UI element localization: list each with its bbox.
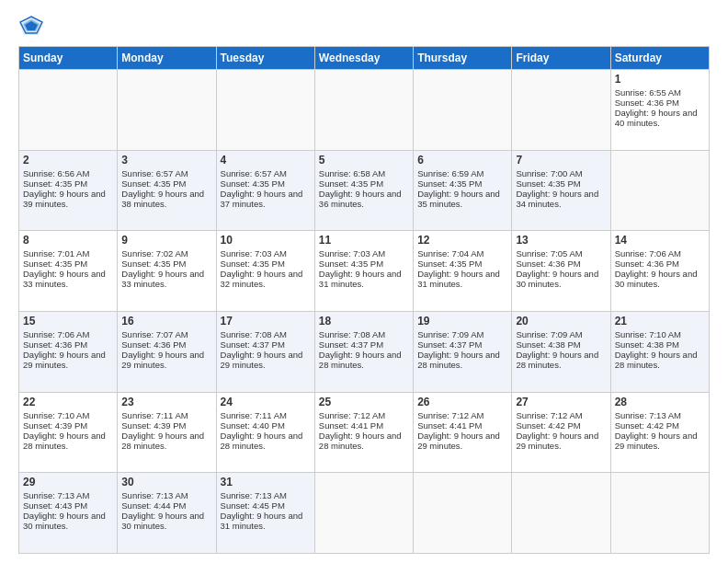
sunrise-text: Sunrise: 7:13 AM [221,490,287,500]
calendar-cell: 25Sunrise: 7:12 AMSunset: 4:41 PMDayligh… [314,392,413,473]
day-header-monday: Monday [118,47,216,70]
sunrise-text: Sunrise: 7:11 AM [121,410,188,420]
daylight-text: Daylight: 9 hours and 29 minutes. [221,350,303,370]
calendar-cell: 31Sunrise: 7:13 AMSunset: 4:45 PMDayligh… [216,473,314,554]
sunrise-text: Sunrise: 7:13 AM [121,490,188,500]
daylight-text: Daylight: 9 hours and 37 minutes. [221,189,303,209]
calendar-cell: 22Sunrise: 7:10 AMSunset: 4:39 PMDayligh… [19,392,118,473]
calendar-cell: 21Sunrise: 7:10 AMSunset: 4:38 PMDayligh… [610,311,709,392]
calendar-week-row: 15Sunrise: 7:06 AMSunset: 4:36 PMDayligh… [19,311,710,392]
sunrise-text: Sunrise: 7:12 AM [417,410,483,420]
sunset-text: Sunset: 4:43 PM [23,500,87,511]
calendar-cell: 29Sunrise: 7:13 AMSunset: 4:43 PMDayligh… [19,473,118,554]
day-number: 15 [23,315,113,327]
day-number: 4 [221,154,311,167]
day-number: 22 [23,396,113,408]
sunset-text: Sunset: 4:35 PM [221,178,285,189]
sunset-text: Sunset: 4:35 PM [221,259,285,269]
calendar-week-row: 8Sunrise: 7:01 AMSunset: 4:35 PMDaylight… [19,231,710,312]
sunset-text: Sunset: 4:36 PM [23,339,87,350]
day-number: 23 [121,396,211,408]
day-header-friday: Friday [512,47,610,70]
sunrise-text: Sunrise: 6:57 AM [221,168,287,178]
calendar-cell: 28Sunrise: 7:13 AMSunset: 4:42 PMDayligh… [610,392,709,473]
calendar-cell: 19Sunrise: 7:09 AMSunset: 4:37 PMDayligh… [414,311,512,392]
sunrise-text: Sunrise: 7:04 AM [417,248,483,259]
sunset-text: Sunset: 4:37 PM [417,339,482,350]
logo-icon [18,15,44,37]
sunrise-text: Sunrise: 6:59 AM [417,168,483,178]
day-number: 13 [516,234,606,247]
day-number: 7 [516,154,606,167]
sunrise-text: Sunrise: 7:11 AM [221,410,287,420]
calendar-cell: 16Sunrise: 7:07 AMSunset: 4:36 PMDayligh… [118,311,216,392]
daylight-text: Daylight: 9 hours and 32 minutes. [221,269,303,289]
daylight-text: Daylight: 9 hours and 28 minutes. [516,350,598,370]
daylight-text: Daylight: 9 hours and 36 minutes. [319,189,402,209]
sunset-text: Sunset: 4:45 PM [221,500,285,511]
sunrise-text: Sunrise: 7:06 AM [615,248,681,259]
calendar-cell [314,70,413,151]
calendar-cell [118,70,216,151]
calendar-cell: 27Sunrise: 7:12 AMSunset: 4:42 PMDayligh… [512,392,610,473]
day-number: 28 [615,396,705,408]
daylight-text: Daylight: 9 hours and 28 minutes. [221,431,303,451]
calendar-cell [314,473,413,554]
calendar-cell: 9Sunrise: 7:02 AMSunset: 4:35 PMDaylight… [118,231,216,312]
sunset-text: Sunset: 4:37 PM [319,339,383,350]
daylight-text: Daylight: 9 hours and 28 minutes. [319,431,402,451]
calendar-cell: 1Sunrise: 6:55 AMSunset: 4:36 PMDaylight… [610,70,709,151]
sunset-text: Sunset: 4:36 PM [615,259,679,269]
daylight-text: Daylight: 9 hours and 29 minutes. [417,431,500,451]
calendar-cell: 26Sunrise: 7:12 AMSunset: 4:41 PMDayligh… [414,392,512,473]
daylight-text: Daylight: 9 hours and 28 minutes. [121,431,204,451]
calendar-cell: 11Sunrise: 7:03 AMSunset: 4:35 PMDayligh… [314,231,413,312]
calendar-cell: 10Sunrise: 7:03 AMSunset: 4:35 PMDayligh… [216,231,314,312]
daylight-text: Daylight: 9 hours and 28 minutes. [615,350,698,370]
sunset-text: Sunset: 4:41 PM [417,420,482,431]
calendar-cell: 13Sunrise: 7:05 AMSunset: 4:36 PMDayligh… [512,231,610,312]
calendar-cell: 12Sunrise: 7:04 AMSunset: 4:35 PMDayligh… [414,231,512,312]
sunrise-text: Sunrise: 6:55 AM [615,87,681,98]
calendar-cell: 15Sunrise: 7:06 AMSunset: 4:36 PMDayligh… [19,311,118,392]
sunset-text: Sunset: 4:42 PM [516,420,580,431]
sunset-text: Sunset: 4:37 PM [221,339,285,350]
sunset-text: Sunset: 4:35 PM [417,259,482,269]
day-number: 25 [319,396,409,408]
day-number: 3 [121,154,211,167]
calendar-cell [216,70,314,151]
calendar-cell [414,70,512,151]
sunset-text: Sunset: 4:35 PM [319,178,383,189]
calendar-cell: 24Sunrise: 7:11 AMSunset: 4:40 PMDayligh… [216,392,314,473]
daylight-text: Daylight: 9 hours and 33 minutes. [23,269,106,289]
calendar-body: 1Sunrise: 6:55 AMSunset: 4:36 PMDaylight… [19,70,710,554]
calendar-cell: 14Sunrise: 7:06 AMSunset: 4:36 PMDayligh… [610,231,709,312]
day-number: 1 [615,73,705,86]
calendar-cell: 6Sunrise: 6:59 AMSunset: 4:35 PMDaylight… [414,150,512,231]
daylight-text: Daylight: 9 hours and 28 minutes. [319,350,402,370]
sunrise-text: Sunrise: 7:10 AM [615,329,681,339]
calendar-cell: 2Sunrise: 6:56 AMSunset: 4:35 PMDaylight… [19,150,118,231]
day-number: 6 [417,154,507,167]
calendar-cell: 4Sunrise: 6:57 AMSunset: 4:35 PMDaylight… [216,150,314,231]
sunrise-text: Sunrise: 7:03 AM [221,248,287,259]
sunset-text: Sunset: 4:35 PM [319,259,383,269]
sunrise-text: Sunrise: 7:03 AM [319,248,385,259]
sunset-text: Sunset: 4:35 PM [516,178,580,189]
sunrise-text: Sunrise: 7:07 AM [121,329,188,339]
sunrise-text: Sunrise: 7:10 AM [23,410,89,420]
calendar-cell [414,473,512,554]
calendar-week-row: 1Sunrise: 6:55 AMSunset: 4:36 PMDaylight… [19,70,710,151]
day-header-wednesday: Wednesday [314,47,413,70]
sunrise-text: Sunrise: 7:05 AM [516,248,582,259]
daylight-text: Daylight: 9 hours and 34 minutes. [516,189,598,209]
sunrise-text: Sunrise: 7:13 AM [23,490,89,500]
calendar-cell: 23Sunrise: 7:11 AMSunset: 4:39 PMDayligh… [118,392,216,473]
sunset-text: Sunset: 4:35 PM [121,259,186,269]
daylight-text: Daylight: 9 hours and 28 minutes. [23,431,106,451]
sunrise-text: Sunrise: 7:12 AM [319,410,385,420]
sunset-text: Sunset: 4:41 PM [319,420,383,431]
day-number: 14 [615,234,705,247]
sunset-text: Sunset: 4:35 PM [417,178,482,189]
daylight-text: Daylight: 9 hours and 40 minutes. [615,108,698,128]
